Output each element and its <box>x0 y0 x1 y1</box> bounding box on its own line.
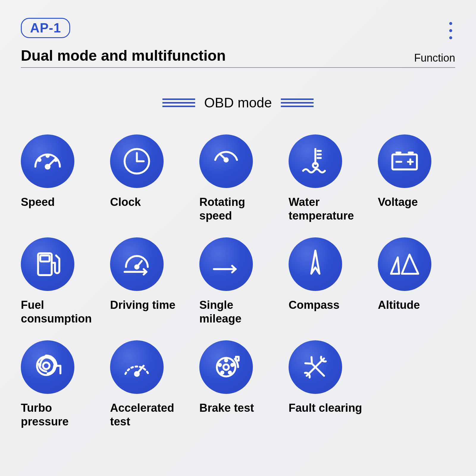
feature-label: Accelerated test <box>110 401 187 428</box>
more-menu-icon[interactable] <box>449 22 452 39</box>
feature-item[interactable]: Brake test <box>199 340 277 428</box>
function-label: Function <box>414 52 455 64</box>
product-badge: AP-1 <box>21 18 70 38</box>
water-temp-icon <box>289 134 342 188</box>
rpm-icon <box>199 134 253 188</box>
ab-mileage-icon <box>199 237 253 291</box>
feature-item[interactable]: Rotating speed <box>199 134 277 223</box>
fuel-icon <box>21 237 74 291</box>
feature-item[interactable]: Driving time <box>110 237 187 325</box>
feature-label: Rotating speed <box>199 195 277 223</box>
feature-label: Turbo pressure <box>21 401 98 428</box>
brake-icon <box>199 340 253 394</box>
feature-label: Single mileage <box>199 298 277 325</box>
feature-grid: SpeedClockRotating speedWater temperatur… <box>21 134 455 429</box>
feature-item[interactable]: Turbo pressure <box>21 340 98 428</box>
feature-label: Fuel consumption <box>21 298 98 325</box>
feature-label: Brake test <box>199 401 277 415</box>
feature-item[interactable]: Accelerated test <box>110 340 187 428</box>
altitude-icon <box>378 237 431 291</box>
feature-label: Voltage <box>378 195 455 209</box>
feature-label: Altitude <box>378 298 455 312</box>
subheader: Dual mode and multifunction Function <box>21 47 455 68</box>
speed-icon <box>21 134 74 188</box>
feature-item[interactable]: Voltage <box>378 134 455 223</box>
compass-icon <box>289 237 342 291</box>
feature-item[interactable]: Speed <box>21 134 98 223</box>
feature-label: Compass <box>289 298 366 312</box>
feature-item[interactable]: Clock <box>110 134 187 223</box>
feature-label: Speed <box>21 195 98 209</box>
decor-bars-left <box>162 98 195 107</box>
clock-icon <box>110 134 164 188</box>
feature-label: Driving time <box>110 298 187 312</box>
battery-icon <box>378 134 431 188</box>
feature-item[interactable]: Fault clearing <box>289 340 366 428</box>
feature-item[interactable]: Altitude <box>378 237 455 325</box>
feature-item[interactable]: Compass <box>289 237 366 325</box>
section-title: OBD mode <box>21 95 455 111</box>
feature-label: Fault clearing <box>289 401 366 415</box>
tools-icon <box>289 340 342 394</box>
accel-icon <box>110 340 164 394</box>
feature-item[interactable]: Water temperature <box>289 134 366 223</box>
section-title-text: OBD mode <box>204 95 272 111</box>
page-title: Dual mode and multifunction <box>21 47 226 64</box>
decor-bars-right <box>281 98 314 107</box>
turbo-icon <box>21 340 74 394</box>
feature-label: Water temperature <box>289 195 366 223</box>
feature-item[interactable]: Fuel consumption <box>21 237 98 325</box>
header: AP-1 Dual mode and multifunction Functio… <box>21 18 455 68</box>
feature-item[interactable]: Single mileage <box>199 237 277 325</box>
feature-label: Clock <box>110 195 187 209</box>
driving-time-icon <box>110 237 164 291</box>
